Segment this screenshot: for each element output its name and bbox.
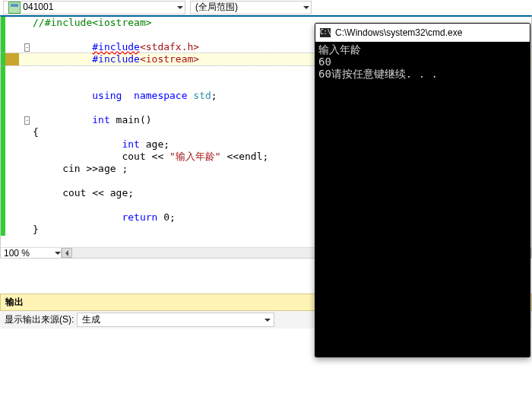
cmd-title: C:\Windows\system32\cmd.exe: [335, 27, 462, 38]
zoom-value: 100 %: [4, 248, 30, 259]
cmd-icon: C:\: [320, 28, 331, 37]
scope-combo-1[interactable]: 041001: [3, 1, 185, 14]
cmd-titlebar[interactable]: C:\ C:\Windows\system32\cmd.exe: [315, 24, 530, 42]
code-line: //#include<iostream>: [33, 17, 152, 29]
code-line: return 0;: [33, 199, 176, 236]
cmd-body[interactable]: 输入年龄 60 60请按任意键继续. . .: [315, 42, 530, 357]
scope-icon: [8, 2, 21, 14]
code-line: cout << age;: [33, 187, 134, 199]
context-toolbar: 041001 (全局范围): [0, 0, 532, 15]
cmd-line: 输入年龄: [318, 43, 361, 56]
cmd-line: 60: [318, 56, 331, 68]
code-line: }: [33, 224, 39, 236]
chevron-down-icon: [55, 252, 61, 255]
fold-toggle[interactable]: -: [24, 43, 30, 52]
scope-combo-2-text: (全局范围): [195, 1, 238, 14]
output-source-label: 显示输出来源(S):: [5, 313, 74, 326]
fold-toggle[interactable]: -: [24, 116, 30, 125]
cmd-line: 60请按任意键继续. . .: [318, 68, 438, 80]
code-line: cin >>age ;: [33, 163, 128, 175]
output-source-value: 生成: [82, 313, 100, 326]
zoom-combo[interactable]: 100 %: [1, 248, 62, 258]
chevron-down-icon: [176, 2, 183, 14]
code-line-current: #include<iostream>: [33, 41, 199, 78]
scroll-left-button[interactable]: [62, 248, 72, 258]
scope-combo-1-text: 041001: [23, 2, 53, 12]
chevron-down-icon: [264, 319, 271, 322]
cmd-window[interactable]: C:\ C:\Windows\system32\cmd.exe 输入年龄 60 …: [315, 23, 530, 357]
output-source-combo[interactable]: 生成: [77, 313, 274, 327]
chevron-down-icon: [302, 2, 309, 14]
scope-combo-2[interactable]: (全局范围): [190, 1, 312, 14]
